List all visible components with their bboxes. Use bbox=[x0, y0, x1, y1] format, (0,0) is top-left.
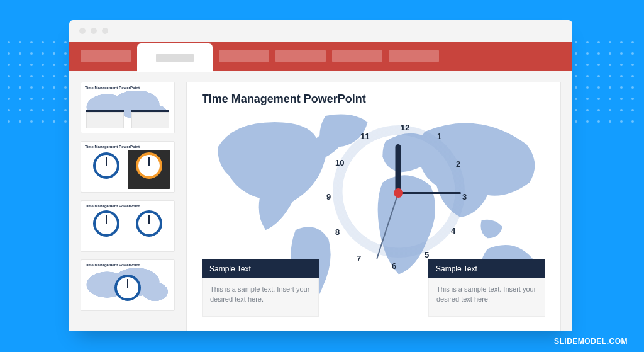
clock-icon bbox=[93, 210, 119, 237]
slide-thumbnail[interactable]: Time Management PowerPoint bbox=[80, 200, 175, 252]
watermark: SLIDEMODEL.COM bbox=[554, 337, 628, 346]
clock-number: 9 bbox=[326, 192, 331, 202]
text-box-right[interactable]: Sample Text This is a sample text. Inser… bbox=[428, 259, 545, 317]
app-window: Time Management PowerPoint Time Manageme… bbox=[69, 20, 572, 331]
workspace: Time Management PowerPoint Time Manageme… bbox=[69, 71, 572, 331]
clock-number: 6 bbox=[392, 261, 396, 271]
clock-pivot-icon bbox=[394, 188, 403, 198]
clock-number: 11 bbox=[360, 132, 369, 141]
ribbon-tab[interactable] bbox=[80, 50, 131, 62]
thumb-title: Time Management PowerPoint bbox=[85, 86, 170, 89]
ribbon-tab[interactable] bbox=[219, 50, 269, 62]
thumb-title: Time Management PowerPoint bbox=[85, 204, 170, 208]
slide-canvas[interactable]: Time Management PowerPoint bbox=[186, 82, 561, 331]
clock-number: 5 bbox=[425, 250, 429, 259]
clock-number: 7 bbox=[357, 254, 361, 263]
text-box-left[interactable]: Sample Text This is a sample text. Inser… bbox=[202, 259, 319, 317]
text-box-body: This is a sample text. Insert your desir… bbox=[428, 278, 545, 317]
clock-number: 4 bbox=[451, 226, 455, 236]
slide-thumbnail[interactable]: Time Management PowerPoint bbox=[80, 259, 175, 311]
clock-icon bbox=[114, 275, 141, 301]
ribbon-bar bbox=[69, 42, 572, 71]
slide-thumbnail[interactable]: Time Management PowerPoint bbox=[80, 141, 175, 193]
clock-number: 10 bbox=[335, 158, 344, 167]
ribbon-tab-active[interactable] bbox=[137, 43, 213, 72]
clock-number: 8 bbox=[335, 227, 340, 237]
clock-number: 2 bbox=[456, 159, 460, 169]
traffic-light-icon[interactable] bbox=[79, 28, 86, 34]
clock-hour-hand bbox=[396, 144, 401, 193]
clock-number: 12 bbox=[401, 123, 409, 132]
clock-icon bbox=[136, 152, 162, 179]
window-titlebar bbox=[69, 20, 572, 42]
text-box-heading: Sample Text bbox=[202, 259, 319, 278]
clock-number: 1 bbox=[437, 132, 441, 141]
ribbon-tab[interactable] bbox=[332, 50, 382, 62]
slide-thumbnail[interactable]: Time Management PowerPoint bbox=[80, 82, 175, 133]
thumb-title: Time Management PowerPoint bbox=[85, 145, 170, 149]
text-box-body: This is a sample text. Insert your desir… bbox=[202, 278, 319, 317]
ribbon-tab[interactable] bbox=[389, 50, 439, 62]
slide-title: Time Management PowerPoint bbox=[202, 93, 366, 106]
traffic-light-icon[interactable] bbox=[102, 28, 108, 34]
slide-thumbnail-panel: Time Management PowerPoint Time Manageme… bbox=[80, 82, 175, 331]
clock-icon bbox=[136, 210, 162, 237]
ribbon-tab[interactable] bbox=[275, 50, 326, 62]
ribbon-tab-label bbox=[156, 54, 194, 62]
clock-number: 3 bbox=[462, 192, 467, 202]
text-box-heading: Sample Text bbox=[428, 259, 545, 278]
clock-icon bbox=[93, 152, 119, 179]
thumb-title: Time Management PowerPoint bbox=[85, 263, 170, 267]
traffic-light-icon[interactable] bbox=[91, 28, 97, 34]
